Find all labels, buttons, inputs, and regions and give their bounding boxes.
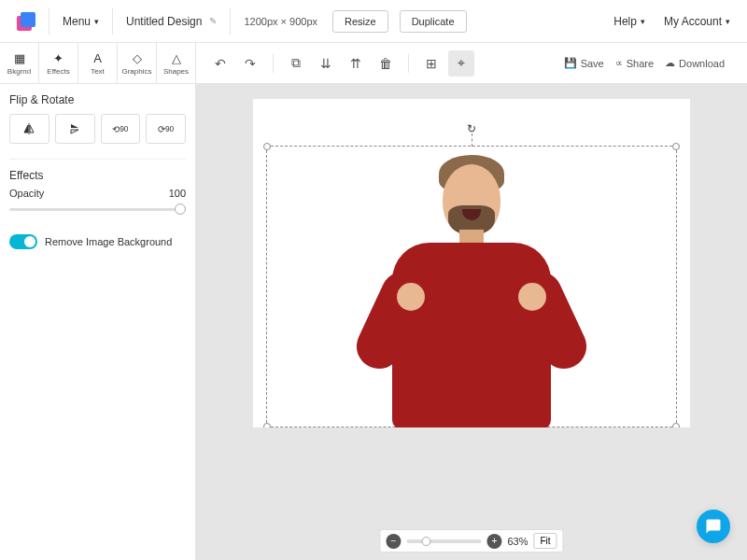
opacity-label: Opacity bbox=[9, 188, 44, 199]
design-title[interactable]: Untitled Design✎ bbox=[117, 9, 226, 34]
download-button[interactable]: ☁Download bbox=[665, 57, 725, 69]
share-icon: ∝ bbox=[615, 57, 623, 69]
tab-background[interactable]: ▦Bkgrnd bbox=[0, 43, 39, 83]
app-logo[interactable] bbox=[15, 10, 37, 33]
effects-panel: Flip & Rotate ⟲90 ⟳90 Effects Opacity 10… bbox=[0, 84, 196, 560]
canvas-area[interactable]: ↻ − + 63% Fit bbox=[196, 84, 747, 560]
edit-title-icon: ✎ bbox=[209, 16, 217, 26]
tab-graphics[interactable]: ◇Graphics bbox=[118, 43, 157, 83]
delete-button[interactable]: 🗑 bbox=[373, 50, 399, 77]
copy-button[interactable]: ⧉ bbox=[283, 50, 309, 77]
zoom-out-button[interactable]: − bbox=[386, 534, 401, 549]
zoom-fit-button[interactable]: Fit bbox=[533, 533, 557, 549]
flip-rotate-title: Flip & Rotate bbox=[9, 93, 186, 106]
resize-handle-sw[interactable] bbox=[263, 423, 271, 427]
share-button[interactable]: ∝Share bbox=[615, 57, 654, 69]
canvas-dimensions: 1200px × 900px bbox=[234, 16, 327, 27]
remove-bg-toggle[interactable] bbox=[9, 234, 37, 249]
redo-button[interactable]: ↷ bbox=[237, 50, 263, 77]
zoom-slider[interactable] bbox=[406, 539, 481, 543]
undo-button[interactable]: ↶ bbox=[207, 50, 233, 77]
resize-button[interactable]: Resize bbox=[332, 10, 388, 33]
opacity-value: 100 bbox=[169, 188, 186, 199]
tab-shapes[interactable]: △Shapes bbox=[157, 43, 196, 83]
help-dropdown[interactable]: Help▾ bbox=[604, 9, 655, 34]
save-button[interactable]: 💾Save bbox=[564, 57, 604, 69]
resize-handle-nw[interactable] bbox=[263, 143, 271, 150]
menu-dropdown[interactable]: Menu▾ bbox=[53, 9, 108, 34]
save-icon: 💾 bbox=[564, 57, 577, 69]
opacity-slider[interactable] bbox=[9, 203, 186, 216]
remove-bg-label: Remove Image Background bbox=[45, 236, 172, 247]
zoom-in-button[interactable]: + bbox=[486, 534, 501, 549]
resize-handle-se[interactable] bbox=[672, 423, 680, 427]
grid-button[interactable]: ⊞ bbox=[418, 50, 444, 77]
tab-effects[interactable]: ✦Effects bbox=[39, 43, 78, 83]
zoom-value: 63% bbox=[507, 536, 528, 547]
zoom-control: − + 63% Fit bbox=[379, 529, 563, 553]
tab-text[interactable]: AText bbox=[78, 43, 118, 83]
account-dropdown[interactable]: My Account▾ bbox=[655, 9, 740, 34]
effects-title: Effects bbox=[9, 159, 186, 182]
chat-icon bbox=[705, 518, 722, 535]
design-canvas[interactable]: ↻ bbox=[253, 99, 690, 427]
flip-horizontal-button[interactable] bbox=[9, 114, 49, 144]
flip-vertical-button[interactable] bbox=[55, 114, 95, 144]
send-back-button[interactable]: ⇊ bbox=[313, 50, 339, 77]
help-fab[interactable] bbox=[697, 510, 730, 543]
duplicate-button[interactable]: Duplicate bbox=[400, 10, 467, 33]
bring-front-button[interactable]: ⇈ bbox=[343, 50, 369, 77]
snap-button[interactable]: ⌖ bbox=[448, 50, 474, 77]
download-icon: ☁ bbox=[665, 57, 675, 69]
resize-handle-ne[interactable] bbox=[672, 143, 680, 150]
image-content[interactable] bbox=[359, 138, 584, 427]
rotate-cw-button[interactable]: ⟳90 bbox=[146, 114, 186, 144]
rotate-ccw-button[interactable]: ⟲90 bbox=[101, 114, 141, 144]
